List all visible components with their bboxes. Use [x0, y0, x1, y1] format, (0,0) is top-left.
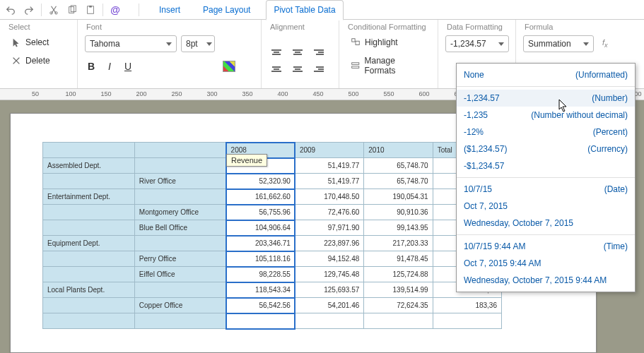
manage-formats-button[interactable]: Manage Formats	[346, 54, 431, 78]
swirl-icon[interactable]: @	[107, 2, 123, 18]
data-cell[interactable]: 56,755.96	[226, 205, 295, 220]
pivot-corner[interactable]	[43, 143, 135, 158]
data-cell[interactable]	[433, 313, 501, 329]
row-header[interactable]: Assembled Dept.	[43, 158, 135, 174]
data-cell[interactable]: 118,543.34	[226, 282, 295, 298]
row-header[interactable]	[43, 298, 135, 313]
align-bottom-center[interactable]	[290, 62, 305, 76]
data-cell[interactable]: 51,419.77	[295, 174, 363, 189]
data-cell[interactable]: 217,203.33	[364, 236, 433, 251]
copy-icon[interactable]	[64, 2, 80, 18]
row-header[interactable]	[43, 220, 135, 236]
table-row[interactable]: Copper Office56,542.5654,201.4672,624.35…	[43, 298, 502, 313]
dropdown-item[interactable]: Wednesday, October 7, 2015 9:44 AM	[457, 272, 635, 289]
highlight-button[interactable]: Highlight	[346, 35, 431, 49]
tab-insert[interactable]: Insert	[152, 1, 187, 19]
data-cell[interactable]: 94,152.48	[295, 251, 363, 267]
row-subheader[interactable]	[134, 158, 226, 174]
underline-button[interactable]: U	[122, 61, 134, 72]
data-cell[interactable]	[364, 313, 433, 329]
data-cell[interactable]: 72,476.60	[295, 205, 363, 220]
align-bottom-right[interactable]	[311, 62, 327, 76]
dropdown-item[interactable]: Oct 7, 2015 9:44 AM	[457, 255, 635, 272]
data-cell[interactable]: 139,514.99	[364, 282, 433, 298]
row-header[interactable]	[43, 174, 135, 189]
dropdown-item[interactable]: -12%(Percent)	[457, 124, 635, 140]
table-row[interactable]: Local Plants Dept.118,543.34125,693.5713…	[43, 282, 502, 298]
row-header[interactable]: Equipment Dept.	[43, 236, 135, 251]
row-header[interactable]: Local Plants Dept.	[43, 282, 135, 298]
align-top-right[interactable]	[311, 45, 327, 59]
data-cell[interactable]: 183,36	[433, 298, 501, 313]
align-bottom-left[interactable]	[269, 62, 284, 76]
data-cell[interactable]: 223,897.96	[295, 236, 363, 251]
table-row[interactable]	[43, 313, 502, 329]
row-subheader[interactable]	[134, 189, 226, 205]
data-cell[interactable]: 91,478.45	[364, 251, 433, 267]
dropdown-item[interactable]: -$1,234.57	[457, 157, 635, 174]
col-header[interactable]: 2009	[295, 143, 363, 158]
data-cell[interactable]: 54,201.46	[295, 298, 363, 313]
data-cell[interactable]: 98,228.55	[226, 267, 295, 282]
data-cell[interactable]: 90,910.36	[364, 205, 433, 220]
pivot-table[interactable]: 2008 2009 2010 Total Assembled Dept.51,4…	[42, 142, 502, 329]
pivot-corner-sub[interactable]	[134, 143, 226, 158]
table-row[interactable]: Assembled Dept.51,419.7765,748.70	[43, 158, 502, 174]
row-subheader[interactable]: River Office	[134, 174, 226, 189]
dropdown-item[interactable]: Wednesday, October 7, 2015	[457, 215, 635, 232]
data-format-select[interactable]: -1,234.57	[445, 35, 509, 52]
data-cell[interactable]: 125,724.88	[364, 267, 433, 282]
data-cell[interactable]: 99,143.95	[364, 220, 433, 236]
data-cell[interactable]: 56,542.56	[226, 298, 295, 313]
data-cell[interactable]: 125,693.57	[295, 282, 363, 298]
row-subheader[interactable]: Eiffel Office	[134, 267, 226, 282]
data-cell[interactable]: 72,624.35	[364, 298, 433, 313]
data-cell[interactable]: 161,662.60	[226, 189, 295, 205]
data-cell[interactable]: 97,971.90	[295, 220, 363, 236]
tab-pivot-table-data[interactable]: Pivot Table Data	[266, 0, 343, 20]
align-top-center[interactable]	[290, 45, 305, 59]
row-header[interactable]: Entertainment Dept.	[43, 189, 135, 205]
row-header[interactable]	[43, 267, 135, 282]
table-row[interactable]: Equipment Dept.203,346.71223,897.96217,2…	[43, 236, 502, 251]
cut-icon[interactable]	[46, 2, 62, 18]
bold-button[interactable]: B	[85, 61, 98, 72]
data-cell[interactable]: 52,320.90	[226, 174, 295, 189]
row-subheader[interactable]: Copper Office	[134, 298, 226, 313]
align-top-left[interactable]	[269, 45, 284, 59]
redo-icon[interactable]	[21, 2, 37, 18]
row-subheader[interactable]	[134, 282, 226, 298]
row-subheader[interactable]: Perry Office	[134, 251, 226, 267]
delete-button[interactable]: Delete	[7, 54, 70, 68]
table-row[interactable]: Montgomery Office56,755.9672,476.6090,91…	[43, 205, 502, 220]
data-cell[interactable]: 129,745.48	[295, 267, 363, 282]
row-header[interactable]	[43, 205, 135, 220]
dropdown-item[interactable]: 10/7/15(Date)	[457, 181, 635, 198]
data-cell[interactable]: 203,346.71	[226, 236, 295, 251]
row-subheader[interactable]: Montgomery Office	[134, 205, 226, 220]
undo-icon[interactable]	[3, 2, 18, 18]
table-row[interactable]: Eiffel Office98,228.55129,745.48125,724.…	[43, 267, 502, 282]
font-size-select[interactable]: 8pt	[181, 35, 215, 52]
tab-page-layout[interactable]: Page Layout	[196, 1, 257, 19]
data-cell[interactable]: 65,748.70	[364, 174, 433, 189]
row-header[interactable]	[43, 313, 135, 329]
table-row[interactable]: Perry Office105,118.1694,152.4891,478.45…	[43, 251, 502, 267]
data-cell[interactable]: 65,748.70	[364, 158, 433, 174]
row-subheader[interactable]: Blue Bell Office	[134, 220, 226, 236]
table-row[interactable]: Entertainment Dept.161,662.60170,448.501…	[43, 189, 502, 205]
data-cell[interactable]: 51,419.77	[295, 158, 363, 174]
fx-icon[interactable]: fx	[597, 38, 608, 49]
table-row[interactable]: River Office52,320.9051,419.7765,748.70	[43, 174, 502, 189]
italic-button[interactable]: I	[103, 61, 116, 72]
swirl-dropdown-icon[interactable]	[126, 2, 134, 18]
dropdown-item[interactable]: ($1,234.57)(Currency)	[457, 140, 635, 157]
data-cell[interactable]: 104,906.64	[226, 220, 295, 236]
paste-icon[interactable]	[83, 2, 98, 18]
font-color-swatch[interactable]	[223, 61, 235, 72]
font-name-select[interactable]: Tahoma	[85, 35, 177, 52]
data-cell[interactable]	[226, 313, 295, 329]
dropdown-item[interactable]: -1,235(Number without decimal)	[457, 107, 635, 124]
data-cell[interactable]: 105,118.16	[226, 251, 295, 267]
formula-select[interactable]: Summation	[523, 35, 594, 52]
